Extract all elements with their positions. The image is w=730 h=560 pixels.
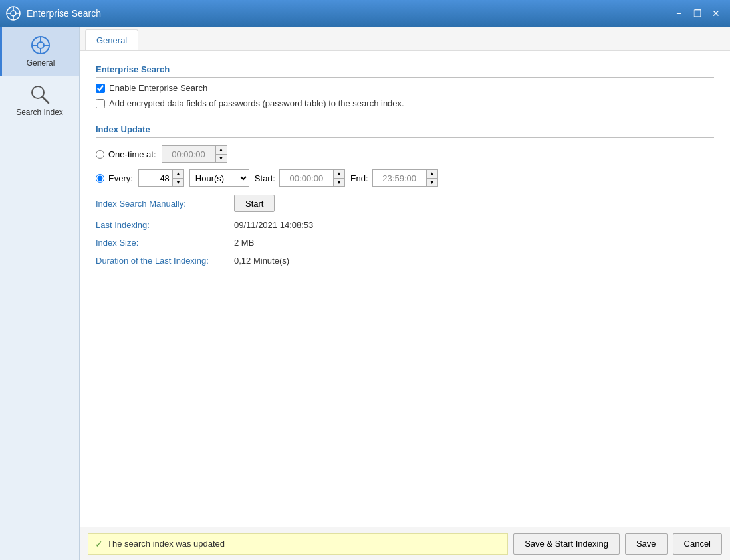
end-group: End: ▲ ▼ <box>350 169 438 187</box>
end-time-field[interactable] <box>373 170 426 186</box>
start-time-input: ▲ ▼ <box>279 169 345 187</box>
enterprise-search-section: Enterprise Search Enable Enterprise Sear… <box>96 64 714 108</box>
start-group: Start: ▲ ▼ <box>255 169 345 187</box>
window-controls: − ❐ ✕ <box>670 5 725 22</box>
minimize-button[interactable]: − <box>670 5 687 22</box>
every-up-btn[interactable]: ▲ <box>173 170 183 178</box>
start-indexing-button[interactable]: Start <box>234 195 275 212</box>
duration-row: Duration of the Last Indexing: 0,12 Minu… <box>96 256 714 266</box>
end-time-input: ▲ ▼ <box>372 169 438 187</box>
duration-value: 0,12 Minute(s) <box>234 256 289 266</box>
index-update-header: Index Update <box>96 124 714 138</box>
one-time-input: ▲ ▼ <box>162 145 227 163</box>
general-label: General <box>27 58 55 68</box>
sidebar-item-general[interactable]: General <box>0 27 79 76</box>
sidebar-item-search-index[interactable]: Search Index <box>0 76 79 125</box>
one-time-radio[interactable] <box>96 150 104 159</box>
one-time-up-btn[interactable]: ▲ <box>216 146 227 154</box>
check-icon: ✓ <box>95 539 103 549</box>
main-container: General Search Index General Enterprise … <box>0 27 730 560</box>
tab-general[interactable]: General <box>85 29 138 50</box>
end-up-btn[interactable]: ▲ <box>427 170 437 178</box>
every-unit-select[interactable]: Hour(s) Minute(s) Day(s) <box>189 169 249 187</box>
add-encrypted-row: Add encrypted data fields of passwords (… <box>96 98 714 108</box>
search-index-label: Search Index <box>16 108 63 117</box>
index-manually-row: Index Search Manually: Start <box>96 195 714 212</box>
index-size-label: Index Size: <box>96 238 229 248</box>
window-title: Enterprise Search <box>27 8 670 19</box>
add-encrypted-label[interactable]: Add encrypted data fields of passwords (… <box>109 98 404 108</box>
every-option: Every: <box>96 173 133 183</box>
index-size-value: 2 MB <box>234 238 254 248</box>
every-radio[interactable] <box>96 174 104 183</box>
save-button[interactable]: Save <box>625 533 668 555</box>
every-spin-buttons: ▲ ▼ <box>172 170 183 186</box>
end-down-btn[interactable]: ▼ <box>427 178 437 186</box>
start-spin-buttons: ▲ ▼ <box>333 170 344 186</box>
close-button[interactable]: ✕ <box>707 5 725 22</box>
restore-button[interactable]: ❐ <box>689 5 706 22</box>
start-time-field[interactable] <box>280 170 333 186</box>
enterprise-search-header: Enterprise Search <box>96 64 714 78</box>
end-label: End: <box>350 173 368 183</box>
app-icon <box>5 5 21 21</box>
svg-point-7 <box>37 42 44 48</box>
status-text: The search index was updated <box>107 539 225 549</box>
one-time-spin-buttons: ▲ ▼ <box>215 146 227 162</box>
every-row: Every: ▲ ▼ Hour(s) Minute(s) Day(s) <box>96 169 714 187</box>
every-down-btn[interactable]: ▼ <box>173 178 183 186</box>
index-manually-label: Index Search Manually: <box>96 199 229 209</box>
start-up-btn[interactable]: ▲ <box>334 170 344 178</box>
one-time-time-field <box>162 146 215 162</box>
enable-label[interactable]: Enable Enterprise Search <box>109 83 207 93</box>
enable-checkbox[interactable] <box>96 84 105 93</box>
save-start-button[interactable]: Save & Start Indexing <box>513 533 620 555</box>
one-time-down-btn[interactable]: ▼ <box>216 154 227 162</box>
end-spin-buttons: ▲ ▼ <box>426 170 437 186</box>
last-indexing-row: Last Indexing: 09/11/2021 14:08:53 <box>96 220 714 230</box>
general-icon <box>30 35 51 56</box>
start-label: Start: <box>255 173 275 183</box>
search-index-icon <box>29 84 51 105</box>
title-bar: Enterprise Search − ❐ ✕ <box>0 0 730 27</box>
index-size-row: Index Size: 2 MB <box>96 238 714 248</box>
every-number-input: ▲ ▼ <box>138 169 184 187</box>
svg-line-13 <box>43 97 49 103</box>
sidebar: General Search Index <box>0 27 80 560</box>
last-indexing-value: 09/11/2021 14:08:53 <box>234 220 313 230</box>
enable-row: Enable Enterprise Search <box>96 83 714 93</box>
one-time-label[interactable]: One-time at: <box>108 149 156 159</box>
start-down-btn[interactable]: ▼ <box>334 178 344 186</box>
duration-label: Duration of the Last Indexing: <box>96 256 229 266</box>
footer: ✓ The search index was updated Save & St… <box>80 527 730 560</box>
last-indexing-label: Last Indexing: <box>96 220 229 230</box>
svg-point-1 <box>11 11 16 16</box>
cancel-button[interactable]: Cancel <box>673 533 722 555</box>
tab-bar: General <box>80 27 730 51</box>
add-encrypted-checkbox[interactable] <box>96 99 105 108</box>
index-update-section: Index Update One-time at: ▲ ▼ <box>96 124 714 266</box>
main-content: Enterprise Search Enable Enterprise Sear… <box>80 51 730 527</box>
one-time-option: One-time at: <box>96 149 156 159</box>
status-message-box: ✓ The search index was updated <box>88 533 508 555</box>
content-area: General Enterprise Search Enable Enterpr… <box>80 27 730 560</box>
every-number-field[interactable] <box>139 170 172 186</box>
one-time-row: One-time at: ▲ ▼ <box>96 145 714 163</box>
every-label[interactable]: Every: <box>108 173 133 183</box>
